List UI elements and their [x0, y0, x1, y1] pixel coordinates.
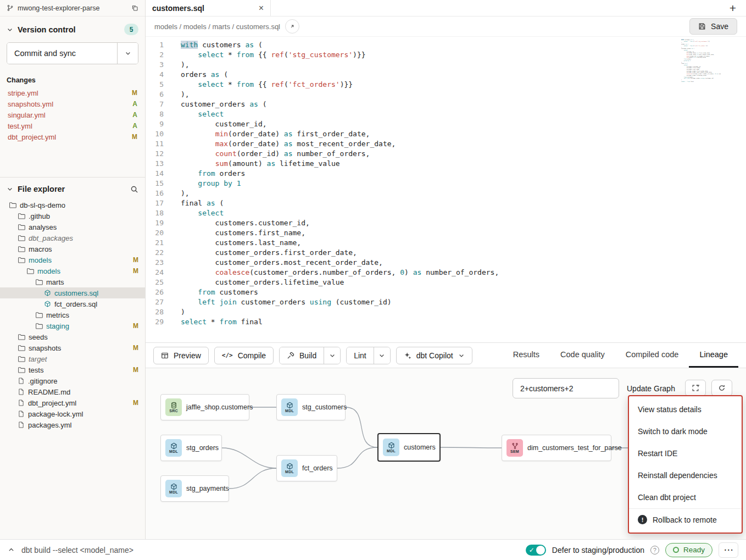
- menu-item-label: Rollback to remote: [653, 515, 717, 524]
- cli-command-text[interactable]: dbt build --select <model_name>: [21, 546, 133, 555]
- status-badge[interactable]: Ready: [665, 543, 712, 557]
- folder-icon: [9, 201, 16, 209]
- menu-item-clean-dbt-project[interactable]: Clean dbt project: [629, 486, 742, 508]
- lineage-node-stg_payments[interactable]: MDLstg_payments: [160, 475, 229, 502]
- tree-item-tests[interactable]: testsM: [0, 364, 145, 375]
- build-dropdown[interactable]: [324, 347, 340, 364]
- file-explorer-header[interactable]: File explorer: [0, 178, 145, 199]
- lint-dropdown[interactable]: [374, 347, 390, 364]
- lint-button[interactable]: Lint: [347, 347, 374, 364]
- check-icon: ✓: [529, 546, 535, 555]
- commit-and-sync-button[interactable]: Commit and sync: [7, 43, 117, 64]
- tree-item-models[interactable]: modelsM: [0, 265, 145, 276]
- lineage-node-dim_customers_test_for_parse[interactable]: SEMdim_customers_test_for_parse: [502, 435, 611, 461]
- build-split-button: Build: [279, 347, 341, 364]
- change-status-badge: A: [132, 100, 137, 108]
- tree-item-analyses[interactable]: analyses: [0, 221, 145, 232]
- menu-item-rollback-to-remote[interactable]: !Rollback to remote: [629, 508, 742, 530]
- changed-file-snapshots.yml[interactable]: snapshots.ymlA: [0, 98, 145, 109]
- lineage-node-stg_orders[interactable]: MDLstg_orders: [160, 435, 222, 461]
- status-bar-right: ✓ Defer to staging/production ? Ready ⋯: [526, 542, 738, 558]
- build-button[interactable]: Build: [280, 347, 324, 364]
- search-files-button[interactable]: [130, 185, 138, 193]
- lineage-panel: SRCjaffle_shop.customersMDLstg_customers…: [146, 368, 746, 539]
- code-line-28: ): [181, 307, 746, 317]
- save-button[interactable]: Save: [689, 18, 737, 35]
- tree-item-label: README.md: [28, 388, 70, 396]
- refresh-icon[interactable]: [711, 380, 732, 396]
- lineage-selector-input[interactable]: [513, 378, 619, 398]
- breadcrumb: models / models / marts / customers.sql: [154, 23, 280, 31]
- tree-item-dbt_project.yml[interactable]: dbt_project.ymlM: [0, 397, 145, 408]
- chevron-up-icon[interactable]: [8, 546, 15, 553]
- tab-customers-sql[interactable]: customers.sql ×: [146, 0, 271, 16]
- lineage-node-fct_orders[interactable]: MDLfct_orders: [276, 455, 337, 481]
- tree-item-db-sl-qs-demo[interactable]: db-sl-qs-demo: [0, 199, 145, 210]
- preview-button[interactable]: Preview: [153, 347, 209, 364]
- tree-item-.github[interactable]: .github: [0, 210, 145, 221]
- tree-item-macros[interactable]: macros: [0, 243, 145, 254]
- tree-item-fct_orders.sql[interactable]: fct_orders.sql: [0, 298, 145, 309]
- lineage-node-jaffle_shop_customers[interactable]: SRCjaffle_shop.customers: [160, 394, 249, 420]
- alert-icon: !: [638, 515, 647, 524]
- changed-file-stripe.yml[interactable]: stripe.ymlM: [0, 87, 145, 98]
- changed-file-name: test.yml: [8, 122, 32, 130]
- folder-icon: [18, 223, 25, 231]
- tree-item-dbt_packages[interactable]: dbt_packages: [0, 232, 145, 243]
- tab-results[interactable]: Results: [503, 343, 550, 368]
- dbt-ide-app: mwong-test-explorer-parse Version contro…: [0, 0, 746, 560]
- more-options-button[interactable]: ⋯: [719, 542, 738, 558]
- tree-item-seeds[interactable]: seeds: [0, 331, 145, 342]
- defer-toggle[interactable]: ✓: [526, 545, 546, 556]
- tree-item-packages.yml[interactable]: packages.yml: [0, 419, 145, 430]
- lint-split-button: Lint: [346, 347, 391, 364]
- changed-file-test.yml[interactable]: test.ymlA: [0, 120, 145, 131]
- help-icon[interactable]: ?: [650, 546, 659, 555]
- change-status-badge: M: [132, 89, 137, 97]
- menu-item-restart-ide[interactable]: Restart IDE: [629, 442, 742, 464]
- changed-file-name: stripe.yml: [8, 89, 38, 97]
- tree-item-metrics[interactable]: metrics: [0, 309, 145, 320]
- arrow-up-right-icon: [289, 23, 296, 30]
- tree-item-staging[interactable]: stagingM: [0, 320, 145, 331]
- changed-file-dbt_project.yml[interactable]: dbt_project.ymlM: [0, 131, 145, 142]
- minimap[interactable]: with customers as ( select * from {{ ref…: [681, 39, 721, 82]
- version-control-header[interactable]: Version control 5: [0, 16, 145, 40]
- tab-lineage[interactable]: Lineage: [689, 343, 738, 368]
- tab-compiled-code[interactable]: Compiled code: [615, 343, 689, 368]
- tree-item-target[interactable]: target: [0, 353, 145, 364]
- dbt-copilot-button[interactable]: dbt Copilot: [396, 347, 472, 364]
- close-tab-icon[interactable]: ×: [259, 4, 264, 13]
- menu-item-switch-to-dark-mode[interactable]: Switch to dark mode: [629, 420, 742, 442]
- lineage-node-stg_customers[interactable]: MDLstg_customers: [276, 394, 346, 420]
- folder-icon: [35, 311, 43, 319]
- code-editor[interactable]: with customers as ( select * from {{ ref…: [172, 37, 746, 342]
- code-line-13: sum(amount) as lifetime_value: [181, 159, 746, 169]
- fullscreen-icon[interactable]: [685, 380, 706, 396]
- copy-branch-button[interactable]: [131, 4, 138, 12]
- menu-item-reinstall-dependencies[interactable]: Reinstall dependencies: [629, 464, 742, 486]
- new-tab-button[interactable]: +: [720, 0, 746, 16]
- hammer-icon: [287, 352, 294, 359]
- tree-item-snapshots[interactable]: snapshotsM: [0, 342, 145, 353]
- tree-item-label: dbt_project.yml: [28, 399, 76, 407]
- tree-item-marts[interactable]: marts: [0, 276, 145, 287]
- change-status-badge: A: [132, 111, 137, 119]
- tab-code-quality[interactable]: Code quality: [550, 343, 615, 368]
- menu-item-view-status-details[interactable]: View status details: [629, 398, 742, 420]
- changed-file-singular.yml[interactable]: singular.ymlA: [0, 109, 145, 120]
- modified-badge: M: [133, 399, 138, 407]
- tree-item-package-lock.yml[interactable]: package-lock.yml: [0, 408, 145, 419]
- tree-item-README.md[interactable]: README.md: [0, 386, 145, 397]
- tree-item-.gitignore[interactable]: .gitignore: [0, 375, 145, 386]
- open-in-docs-button[interactable]: [285, 19, 299, 34]
- tree-item-models[interactable]: modelsM: [0, 254, 145, 265]
- tree-item-customers.sql[interactable]: customers.sql: [0, 287, 145, 298]
- compile-button[interactable]: </> Compile: [214, 347, 274, 364]
- lineage-node-customers[interactable]: MDLcustomers: [377, 433, 441, 462]
- git-branch-bar: mwong-test-explorer-parse: [0, 0, 145, 16]
- mdl-badge-icon: MDL: [281, 398, 298, 416]
- commit-options-dropdown[interactable]: [117, 43, 138, 64]
- file-icon: [18, 377, 25, 385]
- code-line-14: from orders: [181, 169, 746, 179]
